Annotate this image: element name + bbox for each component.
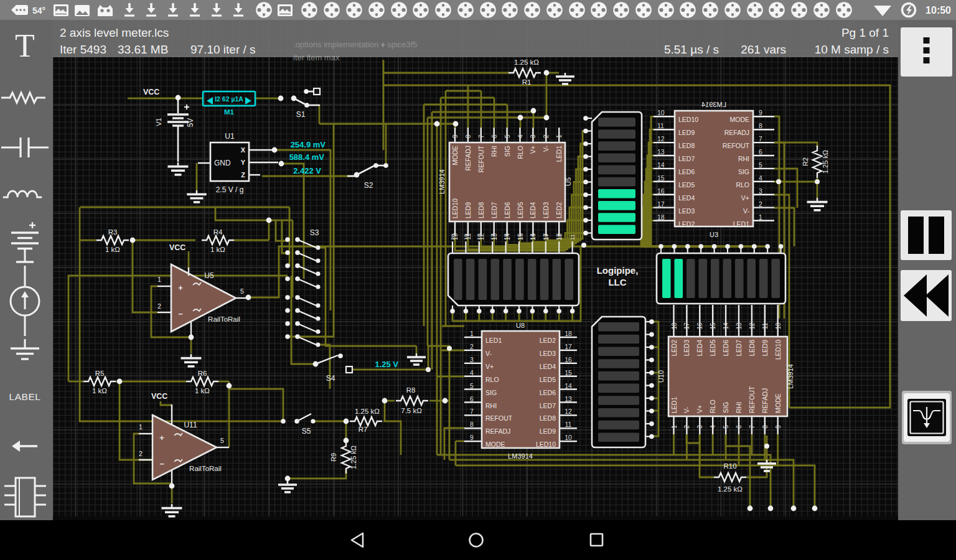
svg-text:7: 7 bbox=[759, 135, 762, 142]
svg-text:S3: S3 bbox=[310, 228, 319, 237]
svg-text:LED1: LED1 bbox=[670, 397, 678, 413]
svg-text:11: 11 bbox=[569, 234, 576, 240]
svg-text:2: 2 bbox=[139, 450, 143, 457]
svg-text:R4: R4 bbox=[213, 228, 223, 236]
svg-text:16: 16 bbox=[696, 322, 703, 330]
svg-text:54°: 54° bbox=[32, 6, 45, 16]
svg-text:LED10: LED10 bbox=[678, 116, 698, 123]
svg-text:2: 2 bbox=[543, 134, 550, 138]
svg-text:LED3: LED3 bbox=[683, 340, 690, 356]
svg-text:SIG: SIG bbox=[722, 402, 729, 413]
svg-text:−: − bbox=[159, 459, 164, 469]
svg-text:LED9: LED9 bbox=[464, 202, 472, 218]
svg-text:10:50: 10:50 bbox=[926, 5, 951, 16]
svg-text:11: 11 bbox=[762, 322, 769, 329]
svg-text:11: 11 bbox=[657, 122, 664, 129]
svg-text:+: + bbox=[159, 433, 164, 442]
svg-text:LED9: LED9 bbox=[678, 129, 695, 136]
svg-text:LED3: LED3 bbox=[542, 202, 550, 218]
svg-text:2.422 V: 2.422 V bbox=[293, 166, 321, 175]
svg-text:Pg 1 of 1: Pg 1 of 1 bbox=[841, 26, 889, 39]
svg-text:V-: V- bbox=[542, 145, 550, 151]
svg-text:M1: M1 bbox=[224, 108, 235, 116]
svg-text:1 kΩ: 1 kΩ bbox=[105, 246, 120, 253]
svg-text:REFOUT: REFOUT bbox=[477, 145, 485, 172]
svg-text:RLO: RLO bbox=[485, 376, 499, 383]
svg-text:14: 14 bbox=[565, 382, 572, 390]
svg-text:9: 9 bbox=[470, 434, 474, 441]
svg-text:LM3914: LM3914 bbox=[701, 101, 726, 108]
svg-text:LED8: LED8 bbox=[540, 414, 556, 422]
svg-text:261 vars: 261 vars bbox=[741, 43, 786, 56]
svg-text:16: 16 bbox=[657, 187, 665, 195]
svg-text:14: 14 bbox=[723, 322, 729, 330]
svg-text:V+: V+ bbox=[696, 405, 703, 413]
svg-text:R7: R7 bbox=[358, 426, 368, 433]
svg-text:10: 10 bbox=[565, 434, 572, 441]
svg-text:RLO: RLO bbox=[709, 399, 716, 413]
svg-text:1: 1 bbox=[759, 213, 762, 221]
svg-text:5V: 5V bbox=[186, 118, 195, 128]
svg-text:RLO: RLO bbox=[517, 146, 524, 159]
svg-text:LED10: LED10 bbox=[451, 198, 459, 218]
svg-text:18: 18 bbox=[671, 322, 678, 330]
svg-text:LM3914: LM3914 bbox=[438, 169, 446, 194]
svg-text:15: 15 bbox=[657, 174, 665, 182]
svg-text:12: 12 bbox=[565, 408, 572, 415]
svg-text:10 M samp / s: 10 M samp / s bbox=[815, 43, 889, 56]
svg-text:1.25 kΩ: 1.25 kΩ bbox=[514, 58, 539, 66]
svg-text:8: 8 bbox=[759, 122, 762, 129]
svg-text:R5: R5 bbox=[95, 370, 105, 377]
svg-text:SIG: SIG bbox=[504, 146, 511, 157]
svg-text:5: 5 bbox=[504, 134, 511, 138]
svg-text:U1: U1 bbox=[225, 132, 235, 141]
svg-text:LED3: LED3 bbox=[678, 207, 695, 215]
svg-text:6: 6 bbox=[759, 148, 762, 156]
svg-text:S1: S1 bbox=[296, 110, 306, 119]
svg-text:1: 1 bbox=[157, 276, 161, 283]
svg-text:RHI: RHI bbox=[485, 402, 497, 409]
svg-text:MODE: MODE bbox=[451, 146, 459, 166]
svg-text:LED5: LED5 bbox=[709, 340, 716, 356]
svg-text:17: 17 bbox=[683, 322, 690, 330]
svg-text:7.5 kΩ: 7.5 kΩ bbox=[401, 407, 422, 414]
svg-text:LABEL: LABEL bbox=[9, 391, 41, 402]
svg-text:1: 1 bbox=[556, 134, 563, 138]
svg-text:1 kΩ: 1 kΩ bbox=[195, 387, 210, 394]
svg-text:8: 8 bbox=[470, 421, 474, 428]
svg-text:R6: R6 bbox=[198, 370, 207, 377]
svg-text:+: + bbox=[178, 283, 183, 292]
svg-text:18: 18 bbox=[657, 213, 665, 221]
svg-text:1.25 V: 1.25 V bbox=[375, 360, 398, 369]
svg-text:LED10: LED10 bbox=[536, 441, 556, 448]
svg-text:18: 18 bbox=[565, 330, 572, 337]
svg-text:588.4 mV: 588.4 mV bbox=[289, 152, 325, 162]
svg-text:1: 1 bbox=[671, 425, 678, 429]
svg-text:.options implementation ♦ spic: .options implementation ♦ spice3f5 bbox=[293, 40, 418, 49]
svg-text:13: 13 bbox=[736, 322, 743, 330]
svg-text:5: 5 bbox=[759, 161, 762, 169]
svg-text:Logipipe,: Logipipe, bbox=[597, 265, 639, 276]
svg-text:S2: S2 bbox=[364, 181, 373, 190]
svg-text:LED6: LED6 bbox=[678, 168, 695, 175]
svg-text:REFADJ: REFADJ bbox=[724, 129, 749, 136]
svg-text:97.10 iter / s: 97.10 iter / s bbox=[190, 43, 256, 56]
svg-text:V+: V+ bbox=[741, 194, 749, 202]
svg-text:2: 2 bbox=[683, 425, 690, 429]
svg-text:4: 4 bbox=[759, 174, 762, 182]
svg-text:3: 3 bbox=[696, 425, 703, 429]
svg-text:V-: V- bbox=[743, 207, 749, 215]
svg-text:LED6: LED6 bbox=[504, 202, 511, 218]
svg-text:LED8: LED8 bbox=[748, 340, 756, 356]
svg-text:LED1: LED1 bbox=[733, 220, 749, 228]
svg-text:R9: R9 bbox=[330, 453, 337, 462]
svg-text:U10: U10 bbox=[657, 370, 665, 383]
svg-text:MODE: MODE bbox=[774, 394, 782, 414]
svg-text:S4: S4 bbox=[326, 374, 335, 383]
svg-text:10: 10 bbox=[657, 109, 665, 116]
svg-text:LED4: LED4 bbox=[529, 202, 537, 218]
svg-text:LED8: LED8 bbox=[477, 202, 485, 218]
svg-text:LED7: LED7 bbox=[735, 340, 743, 356]
svg-text:R1: R1 bbox=[522, 78, 532, 86]
svg-text:16: 16 bbox=[565, 356, 572, 363]
